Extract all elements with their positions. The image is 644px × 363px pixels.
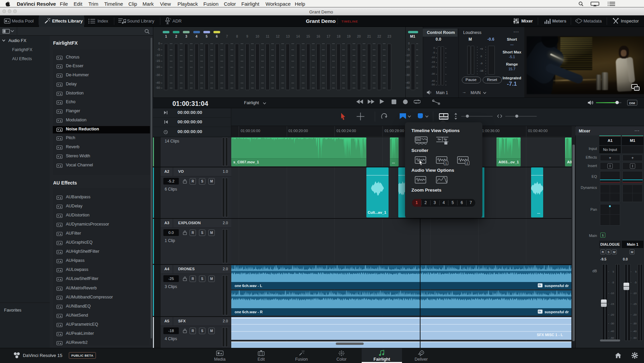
svg-text:1: 1: [445, 162, 447, 165]
svg-text:2: 2: [466, 162, 468, 165]
